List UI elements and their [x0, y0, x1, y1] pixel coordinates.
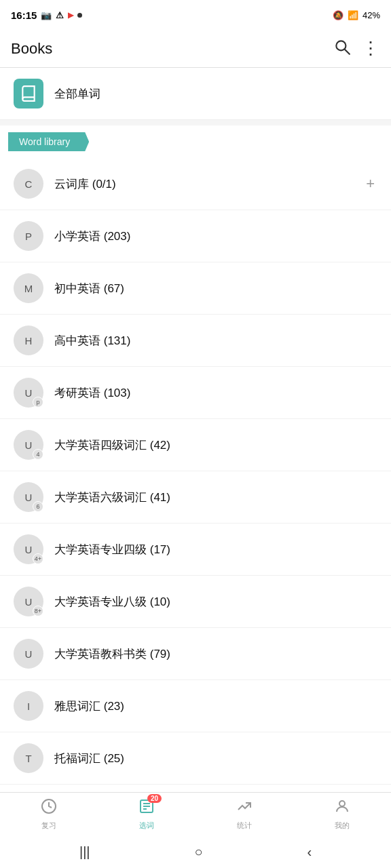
item-label: 雅思词汇 (23): [54, 698, 377, 714]
all-words-label: 全部单词: [54, 86, 100, 102]
nav-item-stats[interactable]: 统计: [196, 798, 293, 831]
section-header-wrap: Word library: [0, 125, 391, 158]
section-header-label: Word library: [19, 136, 70, 147]
home-button[interactable]: ○: [194, 844, 202, 860]
status-right-area: 🔕 📶 42%: [333, 10, 380, 20]
list-item[interactable]: U4+大学英语专业四级 (17): [0, 524, 391, 576]
avatar-badge: p: [33, 397, 43, 408]
nav-label-review: 复习: [41, 821, 56, 831]
item-label: 大学英语专业四级 (17): [54, 542, 377, 557]
status-warn-icon: ⚠: [56, 10, 64, 20]
word-library-list: C云词库 (0/1)+P小学英语 (203)M初中英语 (67)H高中英语 (1…: [0, 158, 391, 792]
item-label: 小学英语 (203): [54, 229, 377, 244]
list-item[interactable]: U6大学英语六级词汇 (41): [0, 471, 391, 524]
item-label: 考研英语 (103): [54, 385, 377, 401]
nav-label-select: 选词: [139, 821, 154, 831]
avatar-tem8: U8+: [14, 587, 43, 616]
list-item[interactable]: I雅思词汇 (23): [0, 680, 391, 732]
avatar-high: H: [14, 326, 43, 355]
item-label: 初中英语 (67): [54, 281, 377, 296]
avatar-badge: 4: [33, 449, 43, 460]
status-time-area: 16:15 📷 ⚠ ▶: [11, 9, 82, 21]
svg-point-7: [339, 801, 345, 806]
status-mute-icon: 🔕: [333, 10, 343, 20]
avatar-tem4: U4+: [14, 534, 43, 564]
avatar-cet6: U6: [14, 482, 43, 512]
item-label: 大学英语四级词汇 (42): [54, 437, 377, 453]
more-icon[interactable]: ⋮: [362, 38, 380, 59]
avatar-ielts: I: [14, 691, 43, 721]
nav-item-review[interactable]: 复习: [0, 798, 98, 831]
nav-label-mine: 我的: [335, 821, 350, 831]
status-signal-icon: 📶: [348, 10, 358, 20]
add-button[interactable]: +: [363, 172, 377, 195]
status-battery: 42%: [362, 10, 380, 20]
nav-icon-stats: [236, 798, 253, 818]
list-item[interactable]: Up考研英语 (103): [0, 367, 391, 419]
back-button[interactable]: ‹: [307, 844, 312, 860]
avatar-textbook: U: [14, 639, 43, 669]
nav-icon-review: [41, 798, 57, 818]
list-item[interactable]: U4大学英语四级词汇 (42): [0, 419, 391, 471]
avatar-cloud: C: [14, 169, 43, 199]
list-item[interactable]: H高中英语 (131): [0, 315, 391, 367]
nav-icon-mine: [334, 798, 350, 818]
recent-apps-button[interactable]: |||: [79, 844, 90, 860]
list-item[interactable]: P小学英语 (203): [0, 210, 391, 262]
avatar-cet4: U4: [14, 430, 43, 460]
list-item[interactable]: C云词库 (0/1)+: [0, 158, 391, 210]
list-item[interactable]: U8+大学英语专业八级 (10): [0, 576, 391, 628]
system-bar: ||| ○ ‹: [0, 835, 391, 868]
item-label: 云词库 (0/1): [54, 176, 363, 192]
status-bar: 16:15 📷 ⚠ ▶ 🔕 📶 42%: [0, 0, 391, 30]
section-header: Word library: [8, 132, 89, 151]
nav-icon-select: 20: [138, 798, 155, 818]
avatar-primary: P: [14, 221, 43, 251]
app-bar-actions: ⋮: [333, 38, 380, 60]
all-words-row[interactable]: 全部单词: [0, 68, 391, 120]
status-rec-icon: ▶: [68, 11, 73, 20]
list-item[interactable]: T托福词汇 (25): [0, 732, 391, 785]
item-label: 高中英语 (131): [54, 333, 377, 349]
status-cam-icon: 📷: [41, 10, 52, 20]
item-label: 大学英语六级词汇 (41): [54, 490, 377, 505]
list-item[interactable]: M初中英语 (67): [0, 262, 391, 315]
avatar-toefl: T: [14, 743, 43, 773]
item-label: 大学英语专业八级 (10): [54, 594, 377, 610]
nav-badge: 20: [147, 794, 162, 803]
avatar-badge: 4+: [33, 553, 43, 564]
avatar-badge: 8+: [33, 606, 43, 616]
avatar-middle: M: [14, 273, 43, 303]
book-icon: [14, 79, 43, 108]
status-dot-icon: [77, 13, 82, 18]
avatar-postgrad: Up: [14, 378, 43, 408]
list-item[interactable]: U大学英语教科书类 (79): [0, 628, 391, 680]
search-icon[interactable]: [333, 38, 351, 60]
page-title: Books: [11, 40, 333, 58]
nav-item-select[interactable]: 20选词: [98, 798, 196, 831]
nav-item-mine[interactable]: 我的: [293, 798, 391, 831]
app-bar: Books ⋮: [0, 30, 391, 68]
status-time: 16:15: [11, 9, 37, 21]
bottom-nav: 复习20选词统计我的: [0, 792, 391, 835]
item-label: 托福词汇 (25): [54, 751, 377, 766]
avatar-badge: 6: [33, 501, 43, 512]
nav-label-stats: 统计: [237, 821, 252, 831]
item-label: 大学英语教科书类 (79): [54, 646, 377, 662]
svg-line-1: [345, 49, 350, 54]
